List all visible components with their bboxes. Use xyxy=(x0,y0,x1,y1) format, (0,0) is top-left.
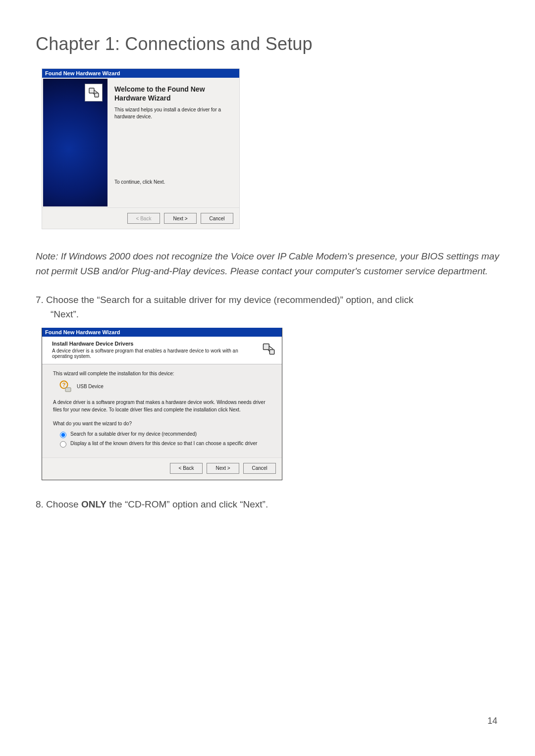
wizard2-line2: A device driver is a software program th… xyxy=(53,399,271,413)
wizard-side-graphic xyxy=(43,79,107,206)
wizard1-titlebar: Found New Hardware Wizard xyxy=(42,69,239,78)
svg-rect-6 xyxy=(65,388,71,392)
next-button[interactable]: Next > xyxy=(164,213,197,224)
wizard-welcome-dialog: Found New Hardware Wizard Welcome to the… xyxy=(42,68,240,229)
device-name: USB Device xyxy=(77,383,104,391)
wizard2-titlebar: Found New Hardware Wizard xyxy=(42,328,282,337)
back-button: < Back xyxy=(127,213,160,224)
radio-display-list-label: Display a list of the known drivers for … xyxy=(70,440,257,448)
svg-rect-0 xyxy=(89,88,94,93)
step-7-line2: “Next”. xyxy=(36,307,499,321)
cancel-button[interactable]: Cancel xyxy=(243,463,276,474)
note-paragraph: Note: If Windows 2000 does not recognize… xyxy=(36,249,499,279)
chapter-title: Chapter 1: Connections and Setup xyxy=(36,34,499,54)
wizard1-heading: Welcome to the Found New Hardware Wizard xyxy=(114,85,233,102)
cancel-button[interactable]: Cancel xyxy=(201,213,233,224)
hardware-icon xyxy=(85,84,103,101)
svg-text:?: ? xyxy=(62,382,66,388)
step-8: 8. Choose ONLY the “CD-ROM” option and c… xyxy=(36,497,499,511)
wizard1-continue-text: To continue, click Next. xyxy=(114,179,233,185)
next-button[interactable]: Next > xyxy=(207,463,239,474)
svg-rect-1 xyxy=(95,93,99,97)
back-button[interactable]: < Back xyxy=(170,463,203,474)
page-number: 14 xyxy=(487,716,497,726)
radio-display-list[interactable] xyxy=(60,441,66,448)
radio-search-driver[interactable] xyxy=(60,432,66,438)
wizard2-header-title: Install Hardware Device Drivers xyxy=(52,341,255,347)
wizard1-desc: This wizard helps you install a device d… xyxy=(114,106,233,120)
hardware-icon xyxy=(260,341,277,357)
wizard2-line1: This wizard will complete the installati… xyxy=(53,370,271,378)
unknown-device-icon: ? xyxy=(59,380,72,393)
wizard2-header-desc: A device driver is a software program th… xyxy=(52,348,255,359)
step-7-line1: 7. Choose the “Search for a suitable dri… xyxy=(36,295,413,305)
radio-search-driver-label: Search for a suitable driver for my devi… xyxy=(70,431,197,438)
step-7: 7. Choose the “Search for a suitable dri… xyxy=(36,293,499,322)
svg-rect-2 xyxy=(264,344,269,350)
wizard-install-drivers-dialog: Found New Hardware Wizard Install Hardwa… xyxy=(42,328,282,480)
wizard2-question: What do you want the wizard to do? xyxy=(53,420,271,428)
step-8-bold: ONLY xyxy=(81,499,107,509)
svg-rect-3 xyxy=(269,350,274,354)
